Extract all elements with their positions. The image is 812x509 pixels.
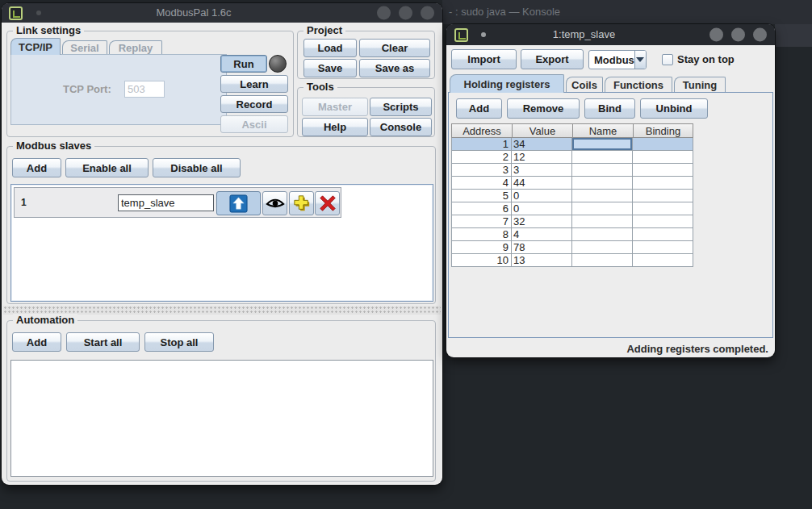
maximize-button[interactable] (731, 28, 745, 42)
cell-name[interactable] (572, 164, 633, 177)
console-button[interactable]: Console (370, 118, 432, 136)
register-add-button[interactable]: Add (456, 98, 502, 119)
table-row[interactable]: 7 32 (451, 215, 693, 228)
slave-add-button[interactable]: Add (12, 158, 61, 177)
export-button[interactable]: Export (521, 49, 584, 69)
cell-name[interactable] (572, 202, 633, 215)
minimize-button[interactable] (377, 6, 391, 20)
cell-binding[interactable] (633, 177, 693, 190)
tab-coils[interactable]: Coils (566, 77, 603, 93)
automation-add-button[interactable]: Add (12, 332, 61, 352)
cell-address[interactable]: 7 (451, 215, 512, 228)
help-button[interactable]: Help (302, 118, 368, 136)
cell-binding[interactable] (633, 228, 693, 241)
col-value[interactable]: Value (512, 123, 572, 138)
table-row[interactable]: 2 12 (451, 151, 693, 164)
clear-button[interactable]: Clear (359, 39, 430, 57)
table-row[interactable]: 9 78 (451, 241, 693, 254)
cell-binding[interactable] (633, 215, 693, 228)
cell-name[interactable] (572, 177, 633, 190)
table-row[interactable]: 10 13 (451, 254, 693, 267)
table-row[interactable]: 3 3 (451, 164, 693, 177)
cell-value[interactable]: 12 (512, 151, 572, 164)
table-row[interactable]: 8 4 (451, 228, 693, 241)
cell-address[interactable]: 6 (451, 202, 512, 215)
cell-value[interactable]: 0 (512, 202, 572, 215)
slave-name-input[interactable] (118, 194, 214, 211)
col-binding[interactable]: Binding (633, 123, 693, 138)
cell-value[interactable]: 32 (512, 215, 572, 228)
slave-delete-button[interactable] (315, 191, 340, 215)
table-row[interactable]: 6 0 (451, 202, 693, 215)
cell-name[interactable] (572, 254, 633, 267)
cell-address[interactable]: 5 (451, 190, 512, 202)
cell-name[interactable] (572, 241, 633, 254)
register-remove-button[interactable]: Remove (507, 98, 580, 119)
cell-binding[interactable] (633, 202, 693, 215)
maximize-button[interactable] (399, 6, 412, 20)
cell-name[interactable] (572, 151, 633, 164)
import-button[interactable]: Import (451, 49, 517, 69)
close-button[interactable] (421, 6, 434, 20)
cell-binding[interactable] (633, 151, 693, 164)
minimize-button[interactable] (709, 28, 723, 42)
disable-all-button[interactable]: Disable all (153, 158, 241, 177)
tab-tuning[interactable]: Tuning (674, 77, 726, 93)
cell-value[interactable]: 13 (512, 254, 572, 267)
tcp-port-input[interactable] (124, 81, 165, 98)
stop-all-button[interactable]: Stop all (144, 332, 214, 352)
master-button[interactable]: Master (302, 98, 368, 116)
cell-value[interactable]: 3 (512, 164, 572, 177)
close-button[interactable] (753, 28, 767, 42)
cell-name[interactable] (572, 215, 633, 228)
cell-value[interactable]: 44 (512, 177, 572, 190)
cell-name[interactable] (572, 228, 633, 241)
bind-button[interactable]: Bind (584, 98, 635, 119)
cell-value[interactable]: 78 (512, 241, 572, 254)
slave-enable-toggle[interactable] (216, 191, 261, 215)
unbind-button[interactable]: Unbind (640, 98, 708, 119)
cell-binding[interactable] (633, 138, 693, 151)
slave-duplicate-button[interactable] (289, 191, 314, 215)
col-address[interactable]: Address (451, 123, 512, 138)
start-all-button[interactable]: Start all (66, 332, 140, 352)
mode-combobox[interactable]: Modbus (588, 50, 647, 69)
cell-binding[interactable] (633, 190, 693, 202)
scripts-button[interactable]: Scripts (370, 98, 432, 116)
cell-name[interactable] (572, 190, 633, 202)
cell-value[interactable]: 4 (512, 228, 572, 241)
table-row[interactable]: 5 0 (451, 190, 693, 202)
cell-binding[interactable] (633, 241, 693, 254)
load-button[interactable]: Load (303, 39, 357, 57)
cell-address[interactable]: 8 (451, 228, 512, 241)
combobox-button[interactable] (634, 51, 646, 69)
cell-value[interactable]: 0 (512, 190, 572, 202)
modbuspal-titlebar[interactable]: ModbusPal 1.6c (2, 3, 442, 23)
tab-holding-registers[interactable]: Holding registers (450, 74, 564, 93)
cell-address[interactable]: 10 (451, 254, 512, 267)
cell-address[interactable]: 3 (451, 164, 512, 177)
enable-all-button[interactable]: Enable all (65, 158, 149, 177)
cell-address[interactable]: 4 (451, 177, 512, 190)
slave-row[interactable]: 1 (14, 187, 341, 218)
slave-view-button[interactable] (262, 191, 287, 215)
cell-binding[interactable] (633, 254, 693, 267)
learn-button[interactable]: Learn (220, 75, 288, 93)
cell-address[interactable]: 9 (451, 241, 512, 254)
save-as-button[interactable]: Save as (359, 59, 430, 77)
cell-name[interactable] (572, 138, 633, 151)
cell-address[interactable]: 2 (451, 151, 512, 164)
table-row[interactable]: 4 44 (451, 177, 693, 190)
record-button[interactable]: Record (220, 95, 288, 113)
cell-address[interactable]: 1 (451, 138, 512, 151)
tab-functions[interactable]: Functions (605, 77, 672, 93)
col-name[interactable]: Name (572, 123, 633, 138)
tab-tcpip[interactable]: TCP/IP (10, 38, 61, 55)
stay-on-top-checkbox[interactable] (662, 54, 673, 65)
cell-binding[interactable] (633, 164, 693, 177)
run-button[interactable]: Run (220, 55, 267, 73)
tab-replay[interactable]: Replay (109, 40, 162, 55)
save-button[interactable]: Save (303, 59, 357, 77)
ascii-button[interactable]: Ascii (220, 115, 288, 133)
tab-serial[interactable]: Serial (62, 40, 107, 55)
